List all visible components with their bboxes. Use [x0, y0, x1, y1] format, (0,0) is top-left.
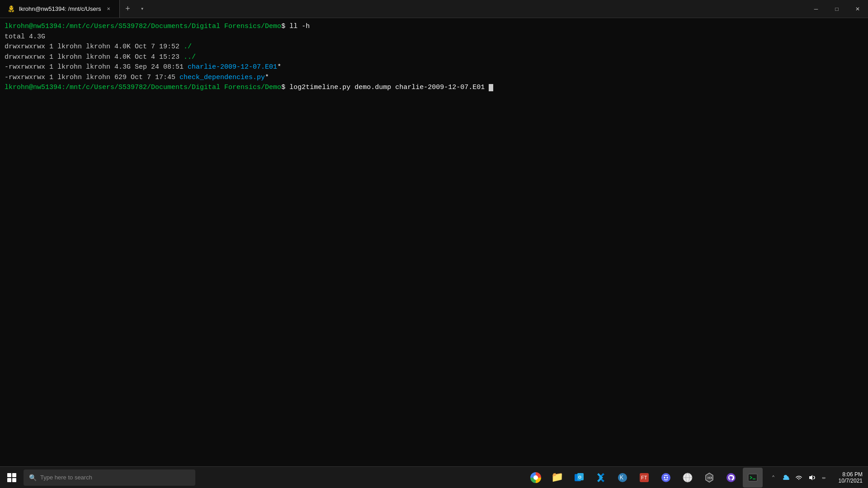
svg-point-1 [9, 5, 13, 10]
hex-icon: HX [704, 472, 715, 483]
svg-point-15 [661, 473, 670, 482]
svg-point-17 [666, 477, 668, 479]
terminal-line-total: total 4.3G [5, 32, 863, 42]
terminal-line-file2: -rwxrwxrwx 1 lkrohn lkrohn 629 Oct 7 17:… [5, 73, 863, 83]
github-icon [726, 472, 736, 483]
svg-text:K: K [620, 474, 623, 481]
tab-dropdown-button[interactable]: ▾ [136, 0, 149, 18]
taskbar-vscode[interactable] [591, 468, 611, 488]
system-tray: ⌃ ✏ [764, 467, 833, 488]
kali-icon: K [617, 472, 628, 483]
tab-title: lkrohn@nw51394: /mnt/c/Users [19, 5, 101, 12]
svg-marker-26 [809, 475, 812, 480]
tray-volume[interactable] [806, 472, 817, 483]
svg-text:O: O [578, 475, 581, 479]
clock[interactable]: 8:06 PM 10/7/2021 [835, 467, 866, 488]
cursor [489, 84, 493, 91]
file2-perms: -rwxrwxrwx 1 lkrohn lkrohn 629 Oct 7 17:… [5, 74, 179, 81]
tab-close-button[interactable]: ✕ [105, 5, 112, 13]
active-tab[interactable]: lkrohn@nw51394: /mnt/c/Users ✕ [0, 0, 120, 18]
taskbar-file-explorer[interactable]: 📁 [547, 468, 567, 488]
svg-text:HX: HX [708, 476, 713, 480]
vscode-icon [595, 472, 606, 483]
svg-point-16 [664, 477, 665, 479]
file1-suffix: * [277, 63, 281, 71]
prompt1-user-host: lkrohn@nw51394 [5, 23, 61, 30]
svg-rect-6 [10, 10, 11, 12]
taskbar-github[interactable] [721, 468, 741, 488]
terminal-line-dir2: drwxrwxrwx 1 lkrohn lkrohn 4.0K Oct 4 15… [5, 52, 863, 63]
minimize-button[interactable]: ─ [806, 0, 826, 18]
taskbar-tool1[interactable]: FT [634, 468, 654, 488]
svg-rect-7 [12, 10, 13, 12]
taskbar-browser2[interactable] [678, 468, 698, 488]
terminal-line-cmd1: lkrohn@nw51394:/mnt/c/Users/S539782/Docu… [5, 22, 863, 32]
outlook-icon: O [574, 472, 585, 483]
volume-icon [807, 474, 816, 482]
taskbar: 🔍 Type here to search 📁 O K [0, 466, 868, 488]
clock-date: 10/7/2021 [839, 478, 863, 484]
dir2-name: ../ [184, 53, 196, 61]
tab-area: lkrohn@nw51394: /mnt/c/Users ✕ + ▾ [0, 0, 806, 18]
search-icon: 🔍 [29, 474, 37, 481]
clock-time: 8:06 PM [842, 471, 863, 478]
tray-wifi[interactable] [793, 472, 804, 483]
cmd1: $ ll -h [281, 23, 310, 30]
discord-icon [660, 472, 671, 483]
file1-perms: -rwxrwxrwx 1 lkrohn lkrohn 4.3G Sep 24 0… [5, 63, 188, 71]
window-controls: ─ □ ✕ [806, 0, 868, 18]
tray-chevron[interactable]: ⌃ [768, 472, 779, 483]
start-button[interactable] [2, 468, 22, 488]
tray-notification[interactable]: ✏ [819, 472, 830, 483]
folder-icon: 📁 [551, 471, 563, 483]
chrome-icon [530, 472, 541, 483]
prompt1-path: :/mnt/c/Users/S539782/Documents/Digital … [61, 23, 281, 30]
cloud-icon [782, 474, 790, 482]
terminal-line-cmd2: lkrohn@nw51394:/mnt/c/Users/S539782/Docu… [5, 83, 863, 93]
cmd2: $ log2timeline.py demo.dump charlie-2009… [281, 84, 489, 91]
wifi-icon [795, 474, 803, 482]
new-tab-button[interactable]: + [120, 0, 136, 18]
dir1-name: ./ [184, 43, 192, 51]
title-bar: lkrohn@nw51394: /mnt/c/Users ✕ + ▾ ─ □ ✕ [0, 0, 868, 18]
taskbar-outlook[interactable]: O [569, 468, 589, 488]
taskbar-chrome[interactable] [526, 468, 546, 488]
dir2-perms: drwxrwxrwx 1 lkrohn lkrohn 4.0K Oct 4 15… [5, 53, 184, 61]
file2-suffix: * [265, 74, 269, 81]
taskbar-hex[interactable]: HX [699, 468, 719, 488]
terminal-line-dir1: drwxrwxrwx 1 lkrohn lkrohn 4.0K Oct 7 19… [5, 42, 863, 52]
svg-point-5 [12, 7, 13, 7]
terminal-line-file1: -rwxrwxrwx 1 lkrohn lkrohn 4.3G Sep 24 0… [5, 62, 863, 73]
windows-icon [7, 473, 16, 482]
taskbar-discord[interactable] [656, 468, 676, 488]
taskbar-kali[interactable]: K [613, 468, 632, 488]
linux-icon [7, 5, 15, 13]
file1-name: charlie-2009-12-07.E01 [188, 63, 277, 71]
file2-name: check_dependencies.py [179, 74, 265, 81]
prompt2-user-host: lkrohn@nw51394 [5, 84, 61, 91]
dir1-perms: drwxrwxrwx 1 lkrohn lkrohn 4.0K Oct 7 19… [5, 43, 184, 51]
search-placeholder: Type here to search [40, 474, 92, 481]
svg-text:FT: FT [641, 475, 647, 480]
tray-cloud[interactable] [781, 472, 792, 483]
total-text: total 4.3G [5, 33, 45, 41]
close-button[interactable]: ✕ [847, 0, 868, 18]
search-bar[interactable]: 🔍 Type here to search [24, 469, 195, 486]
svg-point-4 [10, 7, 11, 7]
browser2-icon [682, 472, 693, 483]
prompt2-path: :/mnt/c/Users/S539782/Documents/Digital … [61, 84, 281, 91]
svg-rect-24 [748, 474, 757, 481]
taskbar-terminal[interactable] [743, 468, 763, 488]
tool1-icon: FT [639, 472, 650, 483]
maximize-button[interactable]: □ [826, 0, 847, 18]
terminal-taskbar-icon [747, 472, 758, 483]
terminal-body[interactable]: lkrohn@nw51394:/mnt/c/Users/S539782/Docu… [0, 18, 868, 466]
